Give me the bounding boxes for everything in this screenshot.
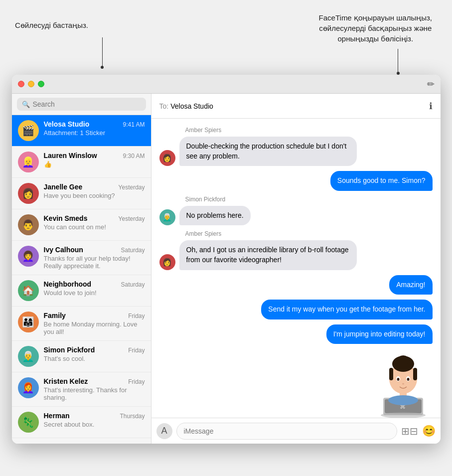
conv-preview-velosa-studio: Attachment: 1 Sticker xyxy=(44,129,144,137)
message-bubble-msg3: No problems here. xyxy=(179,206,251,226)
apps-icon: A xyxy=(161,426,167,436)
conv-time-herman: Thursday xyxy=(120,413,145,420)
conv-name-lauren-winslow: Lauren Winslow xyxy=(44,152,97,159)
message-bubble-msg2: Sounds good to me. Simon? xyxy=(330,171,433,191)
conv-info-janelle-gee: Janelle GeeYesterdayHave you been cookin… xyxy=(44,183,145,199)
close-button[interactable] xyxy=(18,81,24,87)
annotation-dot-left xyxy=(101,66,104,69)
conv-info-kristen-kelez: Kristen KelezFridayThat's interesting. T… xyxy=(44,377,145,401)
sidebar: 🔍 🎬Velosa Studio9:41 AMAttachment: 1 Sti… xyxy=(12,94,151,444)
audio-icon: ⊞⊟ xyxy=(401,426,418,437)
conversation-item-herman[interactable]: 🦎HermanThursdaySecret about box. xyxy=(12,407,151,438)
search-input-wrap[interactable]: 🔍 xyxy=(17,98,146,111)
minimize-button[interactable] xyxy=(28,81,34,87)
audio-button[interactable]: ⊞⊟ xyxy=(401,425,418,437)
conversation-item-family[interactable]: 👨‍👩‍👧FamilyFridayBe home Monday morning.… xyxy=(12,307,151,341)
compose-button[interactable]: ✏ xyxy=(427,80,435,89)
conv-preview-kristen-kelez: That's interesting. Thanks for sharing. xyxy=(44,386,144,401)
conv-time-ivy-calhoun: Saturday xyxy=(121,247,145,254)
msg-avatar-msg1: 👩 xyxy=(159,150,175,166)
conversation-item-simon-pickford[interactable]: 👨‍🦳Simon PickfordFridayThat's so cool. xyxy=(12,341,151,372)
msg-avatar-msg4: 👩 xyxy=(159,254,175,270)
sender-label-msg1: Amber Spiers xyxy=(185,127,433,134)
conv-preview-lauren-winslow: 👍 xyxy=(44,160,144,168)
message-bubble-msg1: Double-checking the production schedule … xyxy=(179,137,357,166)
emoji-button[interactable]: 😊 xyxy=(422,425,436,438)
conv-info-kevin-smeds: Kevin SmedsYesterdayYou can count on me! xyxy=(44,214,145,231)
annotation-line-left xyxy=(102,37,103,67)
msg-avatar-msg3: 👨‍🦳 xyxy=(159,209,175,225)
main-content: 🔍 🎬Velosa Studio9:41 AMAttachment: 1 Sti… xyxy=(12,94,441,444)
message-row-msg5: Amazing! xyxy=(159,275,433,295)
apps-button[interactable]: A xyxy=(156,423,172,439)
annotation-dot-right xyxy=(397,72,400,75)
conversation-item-velosa-studio[interactable]: 🎬Velosa Studio9:41 AMAttachment: 1 Stick… xyxy=(12,115,151,147)
conversation-item-janelle-gee[interactable]: 👩Janelle GeeYesterdayHave you been cooki… xyxy=(12,178,151,209)
conv-time-velosa-studio: 9:41 AM xyxy=(123,121,145,128)
conv-name-ivy-calhoun: Ivy Calhoun xyxy=(44,246,83,254)
conv-time-lauren-winslow: 9:30 AM xyxy=(123,153,145,159)
conv-info-simon-pickford: Simon PickfordFridayThat's so cool. xyxy=(44,346,145,362)
conversation-item-neighborhood[interactable]: 🏠NeighborhoodSaturdayWould love to join! xyxy=(12,275,151,307)
search-input[interactable] xyxy=(33,100,141,108)
chat-header: To: Velosa Studio ℹ xyxy=(151,94,441,119)
conversation-item-kristen-kelez[interactable]: 👩‍🦰Kristen KelezFridayThat's interesting… xyxy=(12,372,151,407)
conv-preview-simon-pickford: That's so cool. xyxy=(44,355,144,362)
conv-name-kevin-smeds: Kevin Smeds xyxy=(44,214,88,222)
svg-rect-7 xyxy=(389,368,393,380)
annotation-left-text: Сөйлесуді бастаңыз. xyxy=(15,20,88,30)
message-row-msg6: Send it my way when you get the footage … xyxy=(159,300,433,319)
conv-time-janelle-gee: Yesterday xyxy=(119,184,145,191)
message-row-msg4: 👩Oh, and I got us an incredible library … xyxy=(159,240,433,270)
svg-point-6 xyxy=(397,355,409,365)
conversation-item-kevin-smeds[interactable]: 👨Kevin SmedsYesterdayYou can count on me… xyxy=(12,209,151,241)
maximize-button[interactable] xyxy=(38,81,44,87)
to-label: To: xyxy=(159,102,169,110)
conv-name-herman: Herman xyxy=(44,412,70,420)
chat-info-button[interactable]: ℹ xyxy=(429,101,433,112)
annotation-right-text: FaceTime қоңырауын шалыңыз,сөйлесулерді … xyxy=(319,12,432,44)
chat-panel: To: Velosa Studio ℹ Amber Spiers👩Double-… xyxy=(151,94,441,444)
message-bubble-msg5: Amazing! xyxy=(389,275,432,295)
conv-info-herman: HermanThursdaySecret about box. xyxy=(44,412,145,428)
conv-info-family: FamilyFridayBe home Monday morning. Love… xyxy=(44,312,145,335)
message-row-msg7: I'm jumping into editing today! xyxy=(159,324,433,344)
conv-time-neighborhood: Saturday xyxy=(121,281,145,288)
avatar-ivy-calhoun: 👩‍🦱 xyxy=(18,246,39,267)
annotation-line-right xyxy=(398,49,398,74)
svg-point-13 xyxy=(402,383,404,385)
conv-preview-herman: Secret about box. xyxy=(44,421,144,428)
conv-time-simon-pickford: Friday xyxy=(128,347,145,354)
svg-point-12 xyxy=(407,378,409,381)
avatar-kristen-kelez: 👩‍🦰 xyxy=(18,377,39,398)
sender-label-msg4: Amber Spiers xyxy=(185,230,433,237)
conv-time-family: Friday xyxy=(128,313,145,319)
conv-preview-kevin-smeds: You can count on me! xyxy=(44,223,144,231)
app-window: ✏ 🔍 🎬Velosa Studio9:41 AMAttachment: 1 S… xyxy=(12,75,441,444)
svg-point-11 xyxy=(397,378,399,381)
title-bar: ✏ xyxy=(12,75,441,94)
conv-preview-janelle-gee: Have you been cooking? xyxy=(44,192,144,199)
messages-area: Amber Spiers👩Double-checking the product… xyxy=(151,119,441,358)
avatar-neighborhood: 🏠 xyxy=(18,280,39,301)
message-bubble-msg7: I'm jumping into editing today! xyxy=(326,324,433,344)
svg-rect-8 xyxy=(413,368,417,380)
conversation-item-lauren-winslow[interactable]: 👱‍♀️Lauren Winslow9:30 AM👍 xyxy=(12,147,151,178)
conv-preview-neighborhood: Would love to join! xyxy=(44,289,144,297)
traffic-lights xyxy=(18,81,44,87)
avatar-janelle-gee: 👩 xyxy=(18,183,39,204)
avatar-simon-pickford: 👨‍🦳 xyxy=(18,346,39,367)
message-row-msg3: 👨‍🦳No problems here. xyxy=(159,206,433,226)
conv-info-velosa-studio: Velosa Studio9:41 AMAttachment: 1 Sticke… xyxy=(44,120,145,137)
message-input[interactable] xyxy=(176,423,397,440)
conversation-item-ivy-calhoun[interactable]: 👩‍🦱Ivy CalhounSaturdayThanks for all you… xyxy=(12,241,151,275)
conv-name-janelle-gee: Janelle Gee xyxy=(44,183,83,191)
emoji-icon: 😊 xyxy=(422,425,436,437)
avatar-herman: 🦎 xyxy=(18,412,39,433)
message-row-msg1: 👩Double-checking the production schedule… xyxy=(159,137,433,166)
search-icon: 🔍 xyxy=(22,101,30,108)
message-bubble-msg6: Send it my way when you get the footage … xyxy=(261,300,432,319)
input-bar: A ⊞⊟ 😊 xyxy=(151,418,441,444)
conv-name-family: Family xyxy=(44,312,66,319)
conv-info-ivy-calhoun: Ivy CalhounSaturdayThanks for all your h… xyxy=(44,246,145,270)
